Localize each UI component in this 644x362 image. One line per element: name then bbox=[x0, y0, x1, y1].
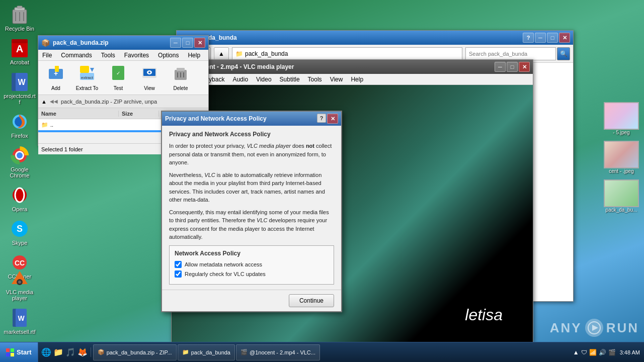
vlc-titlebar[interactable]: 🎬 @1nocent - 2.mp4 - VLC media player ─ … bbox=[172, 60, 533, 74]
parent-folder-icon: 📁 bbox=[41, 122, 48, 128]
winrar-menu-file[interactable]: File bbox=[40, 51, 54, 60]
quicklaunch-media[interactable]: 🎵 bbox=[65, 347, 75, 357]
desktop-icon-vlc[interactable]: VLC media player bbox=[3, 266, 37, 303]
vlc-min-btn[interactable]: ─ bbox=[495, 62, 506, 72]
winrar-delete-btn[interactable]: Delete bbox=[166, 63, 195, 93]
filemanager-max-btn[interactable]: □ bbox=[547, 33, 558, 43]
privacy-dialog-content: Privacy and Network Access Policy In ord… bbox=[162, 126, 341, 290]
recycle-bin-icon bbox=[10, 5, 30, 25]
start-button[interactable]: Start bbox=[0, 342, 38, 363]
fm-search-btn[interactable]: 🔍 bbox=[557, 47, 570, 60]
vlc-menu-audio[interactable]: Audio bbox=[230, 75, 250, 84]
taskbar-winrar-label: pack_da_bunda.zip - ZIP... bbox=[107, 349, 172, 355]
taskbar-item-filemanager[interactable]: 📁 pack_da_bunda bbox=[178, 344, 235, 360]
right-icon-img2[interactable]: cent - .jpeg bbox=[601, 139, 641, 175]
fm-search-input[interactable] bbox=[465, 47, 556, 60]
quicklaunch-firefox[interactable]: 🦊 bbox=[77, 347, 88, 357]
vlc-controls: ─ □ ✕ bbox=[495, 62, 530, 72]
recycle-bin-label: Recycle Bin bbox=[5, 26, 34, 32]
word-label: projectcmd.rtf bbox=[4, 93, 36, 105]
winrar-menu-commands[interactable]: Commands bbox=[59, 51, 94, 60]
winrar-menu-tools[interactable]: Tools bbox=[99, 51, 117, 60]
desktop-icon-skype[interactable]: S Skype bbox=[3, 217, 37, 248]
tray-avast[interactable]: 🛡 bbox=[581, 349, 587, 356]
desktop-icon-word[interactable]: W projectcmd.rtf bbox=[3, 70, 37, 107]
svg-rect-52 bbox=[11, 348, 14, 352]
desktop-icon-marketsell[interactable]: W marketsell.rtf bbox=[3, 306, 37, 337]
winrar-menu-help[interactable]: Help bbox=[186, 51, 202, 60]
filemanager-titlebar[interactable]: 📁 pack_da_bunda ? ─ □ ✕ bbox=[177, 31, 573, 45]
desktop-icon-chrome[interactable]: Google Chrome bbox=[3, 143, 37, 180]
winrar-menu-options[interactable]: Options bbox=[156, 51, 181, 60]
privacy-para-3: Consequently, this may entail identifyin… bbox=[169, 208, 334, 241]
winrar-breadcrumb: pack_da_bunda.zip - ZIP archive, unpa bbox=[61, 99, 157, 105]
winrar-add-btn[interactable]: + Add bbox=[41, 63, 70, 93]
privacy-help-btn[interactable]: ? bbox=[317, 114, 326, 123]
winrar-extract-btn[interactable]: extract Extract To bbox=[72, 63, 102, 93]
quicklaunch-ie[interactable]: 🌐 bbox=[41, 347, 51, 357]
col-name[interactable]: Name bbox=[38, 111, 119, 117]
svg-rect-54 bbox=[11, 353, 14, 356]
desktop-icon-firefox[interactable]: Firefox bbox=[3, 110, 37, 141]
col-size[interactable]: Size bbox=[119, 111, 159, 117]
desktop-icon-opera[interactable]: Opera bbox=[3, 183, 37, 214]
fm-up-btn[interactable]: ▲ bbox=[214, 47, 229, 60]
quicklaunch-explorer[interactable]: 📁 bbox=[53, 347, 63, 357]
vlc-menubar: Media Playback Audio Video Subtitle Tool… bbox=[172, 74, 533, 85]
svg-rect-45 bbox=[177, 68, 185, 71]
taskbar-items: 📦 pack_da_bunda.zip - ZIP... 📁 pack_da_b… bbox=[91, 342, 569, 362]
marketsell-icon: W bbox=[10, 308, 30, 328]
test-icon: ✓ bbox=[110, 65, 126, 84]
tray-vlc[interactable]: 🎬 bbox=[608, 349, 616, 356]
vlc-menu-tools[interactable]: Tools bbox=[306, 75, 324, 84]
allow-metadata-checkbox[interactable] bbox=[175, 261, 182, 268]
filemanager-close-btn[interactable]: ✕ bbox=[559, 33, 570, 43]
winrar-view-btn[interactable]: View bbox=[135, 63, 164, 93]
taskbar-item-winrar[interactable]: 📦 pack_da_bunda.zip - ZIP... bbox=[93, 344, 177, 360]
taskbar-item-vlc[interactable]: 🎬 @1nocent - 2.mp4 - VLC... bbox=[236, 344, 320, 360]
svg-point-27 bbox=[18, 281, 21, 284]
vlc-close-btn[interactable]: ✕ bbox=[519, 62, 530, 72]
word-icon: W bbox=[10, 72, 30, 92]
winrar-min-btn[interactable]: ─ bbox=[170, 38, 181, 48]
privacy-close-btn[interactable]: ✕ bbox=[327, 114, 338, 124]
taskbar-clock[interactable]: 3:48 AM bbox=[620, 349, 644, 355]
firefox-label: Firefox bbox=[11, 133, 28, 139]
filemanager-help-btn[interactable]: ? bbox=[523, 33, 534, 43]
privacy-section-title: Privacy and Network Access Policy bbox=[169, 131, 334, 138]
svg-marker-36 bbox=[90, 68, 94, 72]
desktop-icon-recycle-bin[interactable]: Recycle Bin bbox=[3, 3, 37, 34]
vlc-max-btn[interactable]: □ bbox=[507, 62, 518, 72]
fm-address-bar[interactable]: 📁 pack_da_bunda bbox=[232, 47, 462, 60]
winrar-max-btn[interactable]: □ bbox=[182, 38, 193, 48]
delete-label: Delete bbox=[174, 85, 188, 91]
desktop-icon-acrobat[interactable]: A Acrobat bbox=[3, 36, 37, 67]
desktop-icon-column: Recycle Bin A Acrobat W projectcmd.rtf bbox=[0, 0, 35, 284]
tray-sound[interactable]: 🔊 bbox=[599, 349, 606, 356]
winrar-menu-favorites[interactable]: Favorites bbox=[122, 51, 151, 60]
thumbnail-2 bbox=[604, 141, 639, 168]
vlc-menu-subtitle[interactable]: Subtitle bbox=[278, 75, 302, 84]
right-icon-label-2: cent - .jpeg bbox=[609, 168, 633, 174]
svg-point-18 bbox=[17, 152, 23, 158]
vlc-menu-help[interactable]: Help bbox=[349, 75, 365, 84]
privacy-titlebar[interactable]: Privacy and Network Access Policy ? ✕ bbox=[162, 112, 341, 126]
tray-network[interactable]: 📶 bbox=[589, 349, 597, 356]
vlc-menu-video[interactable]: Video bbox=[254, 75, 273, 84]
winrar-test-btn[interactable]: ✓ Test bbox=[104, 63, 133, 93]
winrar-up-icon[interactable]: ▲ bbox=[41, 99, 47, 105]
check-updates-checkbox[interactable] bbox=[175, 270, 182, 278]
filemanager-controls: ? ─ □ ✕ bbox=[523, 33, 570, 43]
right-icon-img3[interactable]: pack_da_bu... bbox=[601, 178, 641, 214]
right-icon-img1[interactable]: - 5.jpeg bbox=[601, 101, 641, 137]
svg-text:✓: ✓ bbox=[116, 70, 120, 76]
continue-button[interactable]: Continue bbox=[289, 294, 334, 307]
filemanager-min-btn[interactable]: ─ bbox=[535, 33, 546, 43]
winrar-titlebar[interactable]: 📦 pack_da_bunda.zip ─ □ ✕ bbox=[38, 36, 208, 50]
privacy-dialog: Privacy and Network Access Policy ? ✕ Pr… bbox=[161, 111, 342, 312]
vlc-menu-view[interactable]: View bbox=[328, 75, 345, 84]
firefox-icon bbox=[10, 112, 30, 132]
skype-icon: S bbox=[10, 219, 30, 239]
winrar-close-btn[interactable]: ✕ bbox=[194, 38, 205, 48]
vlc-icon bbox=[10, 268, 30, 288]
